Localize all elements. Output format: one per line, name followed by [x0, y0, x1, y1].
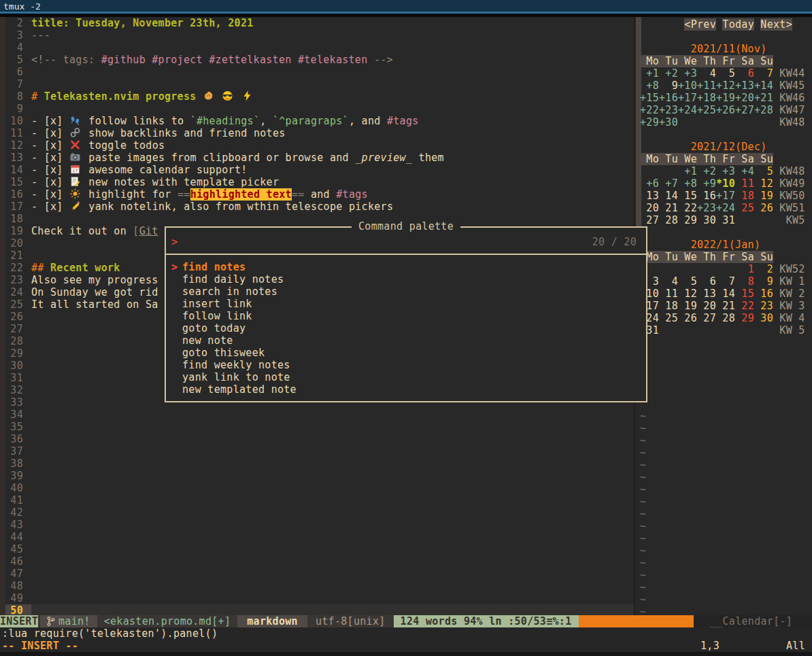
day-cell[interactable]: +3 — [716, 165, 735, 177]
day-cell[interactable]: +29 — [640, 116, 659, 128]
day-cell[interactable]: 30 — [697, 214, 716, 226]
editor-line[interactable]: 48 — [0, 580, 635, 592]
editor-line[interactable]: 5<!-- tags: #github #project #zettelkast… — [0, 54, 635, 66]
day-cell[interactable]: 9 — [659, 80, 678, 92]
day-cell[interactable]: 13 — [697, 288, 716, 300]
editor-line[interactable]: 37 — [0, 445, 635, 458]
day-cell[interactable]: 20 — [697, 300, 716, 312]
calendar-window[interactable]: <Prev Today Next> 2021/11(Nov) Mo Tu We … — [637, 18, 812, 618]
day-cell[interactable]: 18 — [659, 300, 678, 312]
day-cell[interactable]: +7 — [659, 177, 678, 190]
day-cell[interactable]: 26 — [678, 312, 697, 324]
editor-line[interactable]: 10- [x] follow links to `#headings`, `^p… — [0, 115, 635, 127]
editor-line[interactable]: 36 — [0, 433, 635, 445]
editor-line[interactable]: 38 — [0, 458, 635, 470]
day-cell[interactable]: 6 — [735, 67, 754, 80]
day-cell[interactable]: +25 — [697, 104, 716, 116]
day-cell[interactable]: +8 — [640, 80, 659, 92]
buffer-segment[interactable]: ≡ [11]tra… — [579, 615, 694, 627]
editor-line[interactable]: 15- [x] new notes with template picker — [0, 176, 635, 188]
day-cell[interactable]: 4 — [697, 67, 716, 80]
day-cell[interactable]: 23 — [754, 300, 773, 312]
editor-line[interactable]: 4 — [0, 41, 635, 54]
day-cell[interactable]: 26 — [754, 202, 773, 214]
day-cell[interactable]: +10 — [678, 80, 697, 92]
day-cell[interactable]: +28 — [754, 104, 773, 116]
day-cell[interactable]: +8 — [678, 177, 697, 190]
editor-line[interactable]: 44 — [0, 531, 635, 543]
editor-line[interactable]: 40 — [0, 482, 635, 494]
day-cell[interactable]: 7 — [754, 67, 773, 80]
day-cell[interactable]: 18 — [735, 190, 754, 202]
prev-button[interactable]: <Prev — [684, 18, 716, 31]
day-cell[interactable]: 2 — [754, 263, 773, 275]
day-cell[interactable]: 21 — [659, 202, 678, 214]
day-cell[interactable]: 8 — [735, 275, 754, 288]
palette-item[interactable]: search in notes — [166, 286, 646, 298]
day-cell[interactable]: +2 — [659, 67, 678, 80]
palette-item[interactable]: new templated note — [166, 383, 646, 396]
editor-line[interactable]: 2title: Tuesday, November 23th, 2021 — [0, 17, 635, 29]
day-cell[interactable]: 12 — [678, 288, 697, 300]
day-cell[interactable]: +23 — [659, 104, 678, 116]
palette-item[interactable]: follow link — [166, 310, 646, 322]
day-cell[interactable]: 22 — [735, 300, 754, 312]
day-cell[interactable]: 15 — [735, 288, 754, 300]
palette-item[interactable]: goto today — [166, 322, 646, 334]
day-cell[interactable]: *10 — [716, 177, 735, 190]
day-cell[interactable]: 6 — [697, 275, 716, 288]
palette-item[interactable]: >find notes — [166, 261, 646, 273]
editor-line[interactable]: 34 — [0, 409, 635, 421]
editor-line[interactable]: 46 — [0, 555, 635, 568]
editor-line[interactable]: 8# Telekasten.nvim progress — [0, 90, 635, 103]
editor-line[interactable]: 45 — [0, 543, 635, 555]
today-button[interactable]: Today — [722, 18, 754, 31]
day-cell[interactable]: 30 — [754, 312, 773, 324]
day-cell[interactable]: 5 — [678, 275, 697, 288]
day-cell[interactable]: 25 — [735, 202, 754, 214]
day-cell[interactable]: +23 — [697, 202, 716, 214]
day-cell[interactable]: 13 — [640, 190, 659, 202]
editor-line[interactable]: 6 — [0, 66, 635, 78]
editor-line[interactable]: 47 — [0, 568, 635, 580]
day-cell[interactable]: 27 — [640, 214, 659, 226]
day-cell[interactable]: +15 — [640, 92, 659, 104]
day-cell[interactable]: +27 — [735, 104, 754, 116]
editor-line[interactable]: 3--- — [0, 29, 635, 41]
editor-line[interactable]: 13- [x] paste images from clipboard or b… — [0, 152, 635, 164]
palette-item[interactable]: goto thisweek — [166, 347, 646, 359]
day-cell[interactable]: 1 — [735, 263, 754, 275]
editor-line[interactable]: 11- [x] show backlinks and friend notes — [0, 127, 635, 139]
palette-item[interactable]: find weekly notes — [166, 359, 646, 371]
day-cell[interactable]: +6 — [640, 177, 659, 190]
day-cell[interactable]: 11 — [659, 288, 678, 300]
editor-line[interactable]: 43 — [0, 519, 635, 531]
day-cell[interactable]: 28 — [716, 312, 735, 324]
day-cell[interactable]: 21 — [716, 300, 735, 312]
day-cell[interactable]: 25 — [659, 312, 678, 324]
command-line[interactable]: :lua require('telekasten').panel() — [0, 627, 812, 640]
editor-line[interactable]: 18 — [0, 213, 635, 225]
editor-line[interactable]: 9 — [0, 103, 635, 115]
day-cell[interactable]: +24 — [678, 104, 697, 116]
day-cell[interactable]: 16 — [697, 190, 716, 202]
day-cell[interactable]: 14 — [716, 288, 735, 300]
day-cell[interactable]: +17 — [678, 92, 697, 104]
next-button[interactable]: Next> — [760, 18, 792, 31]
filename-segment[interactable]: <ekasten.promo.md[+] — [97, 615, 238, 627]
day-cell[interactable]: +1 — [640, 67, 659, 80]
day-cell[interactable]: +11 — [697, 80, 716, 92]
day-cell[interactable]: 4 — [659, 275, 678, 288]
palette-item[interactable]: yank link to note — [166, 371, 646, 383]
day-cell[interactable]: +1 — [678, 165, 697, 177]
day-cell[interactable]: 31 — [716, 214, 735, 226]
day-cell[interactable]: +13 — [735, 80, 754, 92]
day-cell[interactable]: 12 — [754, 177, 773, 190]
day-cell[interactable]: +9 — [697, 177, 716, 190]
window-titlebar[interactable]: tmux -2 — [0, 0, 812, 14]
palette-item[interactable]: find daily notes — [166, 273, 646, 286]
editor-line[interactable]: 49 — [0, 592, 635, 604]
day-cell[interactable]: +14 — [754, 80, 773, 92]
day-cell[interactable]: +21 — [754, 92, 773, 104]
day-cell[interactable]: 20 — [640, 202, 659, 214]
